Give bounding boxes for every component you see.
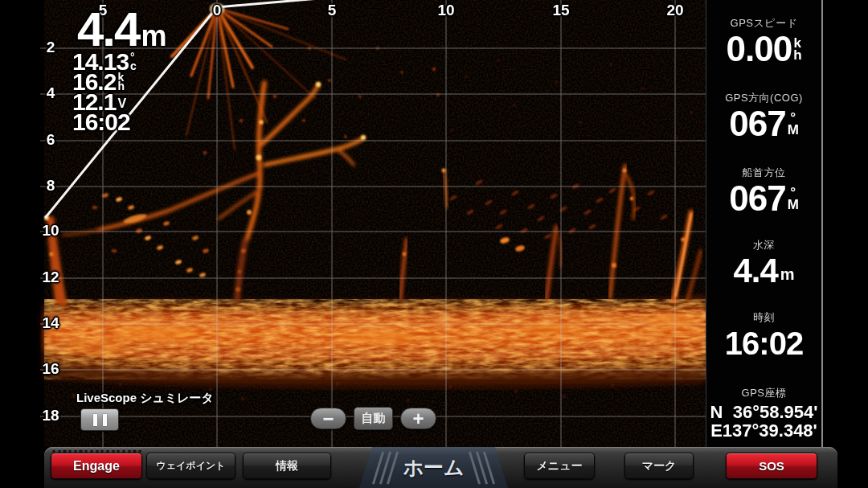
overlay-time: 16:02: [72, 112, 166, 132]
menu-button[interactable]: メニュー: [524, 453, 595, 479]
tab-home[interactable]: ホーム: [359, 447, 508, 488]
depth-tick: 10: [34, 222, 68, 240]
depth-tick: 14: [34, 314, 68, 332]
range-tick: 10: [432, 2, 460, 19]
depth-tick: 2: [34, 39, 68, 56]
depth-tick: 16: [34, 360, 68, 378]
zoom-controls: − 自動 +: [310, 407, 436, 430]
range-tick: 20: [661, 2, 689, 19]
bottom-toolbar: ホーム Engage ウェイポイント 情報 メニュー マーク SOS: [44, 447, 837, 488]
field-depth: 水深 4.4 m: [706, 238, 821, 289]
waypoint-button[interactable]: ウェイポイント: [146, 453, 235, 479]
sonar-overlay: 4.4 m 14.13 °c 16.2 kh 12.1 V 16:02: [72, 8, 166, 132]
sos-button[interactable]: SOS: [726, 453, 817, 479]
zoom-in-button[interactable]: +: [400, 408, 436, 429]
range-tick: 15: [547, 2, 575, 19]
depth-tick: 4: [34, 84, 68, 102]
field-gps-position: GPS座標 N 36°58.954' E137°39.348': [706, 386, 821, 440]
pause-button[interactable]: [80, 408, 119, 431]
depth-tick: 18: [34, 407, 68, 424]
home-label: ホーム: [403, 454, 464, 481]
field-gps-speed: GPSスピード 0.00 kh: [706, 16, 821, 68]
engage-button[interactable]: Engage: [51, 453, 142, 479]
field-time: 時刻 16:02: [706, 310, 821, 362]
zoom-out-button[interactable]: −: [310, 408, 346, 429]
pause-icon: [93, 414, 107, 426]
depth-tick: 6: [34, 131, 68, 149]
field-heading: 船首方位 067 °M: [706, 166, 821, 217]
overlay-depth: 4.4 m: [77, 8, 166, 51]
range-tick: 0: [203, 2, 231, 19]
depth-tick: 12: [34, 269, 68, 286]
seabed-return: [44, 297, 706, 388]
databar: GPSスピード 0.00 kh GPS方向(COG) 067 °M 船首方位 0…: [706, 0, 823, 447]
depth-tick: 8: [34, 177, 68, 195]
info-button[interactable]: 情報: [243, 453, 331, 479]
simulator-label: LiveScope シュミレータ: [76, 391, 214, 406]
range-tick: 5: [318, 2, 346, 19]
auto-range-button[interactable]: 自動: [354, 407, 393, 430]
mark-button[interactable]: マーク: [624, 453, 694, 479]
chartplotter-screen: 5 0 5 10 15 20 2 4 6 8 10 12 14 16 18 4.…: [0, 0, 868, 488]
field-cog: GPS方向(COG) 067 °M: [706, 91, 821, 142]
